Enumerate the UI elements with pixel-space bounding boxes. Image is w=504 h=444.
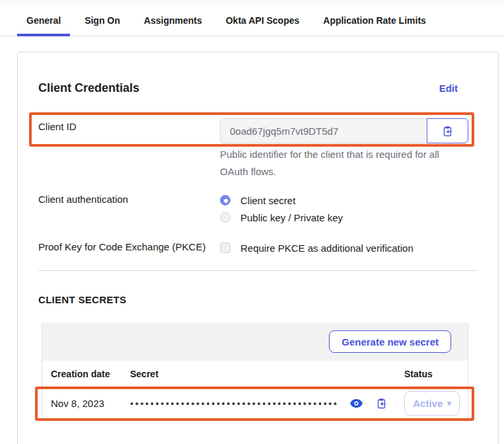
client-authentication-label: Client authentication bbox=[38, 194, 128, 205]
clipboard-copy-icon bbox=[376, 398, 387, 409]
table-toolbar: Generate new secret bbox=[42, 322, 468, 361]
copy-secret-button[interactable] bbox=[376, 398, 387, 409]
top-gap bbox=[0, 0, 504, 7]
tab-okta-api-scopes[interactable]: Okta API Scopes bbox=[217, 7, 309, 36]
secret-cell: ••••••••••••••••••••••••••••••••••••••••… bbox=[130, 398, 404, 409]
tab-bar: General Sign On Assignments Okta API Sco… bbox=[0, 7, 504, 36]
tab-sign-on[interactable]: Sign On bbox=[75, 7, 129, 36]
creation-date-cell: Nov 8, 2023 bbox=[42, 398, 130, 409]
checkbox-icon[interactable] bbox=[220, 242, 231, 253]
pkce-option: Require PKCE as additional verification bbox=[220, 240, 414, 255]
checkbox-require-pkce[interactable]: Require PKCE as additional verification bbox=[220, 240, 414, 255]
client-id-group bbox=[220, 118, 468, 143]
status-cell: Active ▾ bbox=[404, 391, 468, 416]
radio-unselected-icon[interactable] bbox=[220, 212, 231, 223]
generate-new-secret-button[interactable]: Generate new secret bbox=[329, 330, 451, 353]
tab-application-rate-limits[interactable]: Application Rate Limits bbox=[314, 7, 435, 36]
client-credentials-card: Client Credentials Edit Client ID Public… bbox=[17, 52, 499, 444]
radio-public-private-key[interactable]: Public key / Private key bbox=[220, 210, 343, 225]
clipboard-copy-icon bbox=[442, 126, 453, 137]
tab-general[interactable]: General bbox=[17, 7, 70, 36]
client-authentication-options: Client secret Public key / Private key bbox=[220, 193, 343, 225]
edit-link[interactable]: Edit bbox=[439, 83, 458, 94]
reveal-secret-button[interactable] bbox=[350, 399, 363, 408]
section-title: Client Credentials bbox=[38, 81, 139, 95]
column-header-creation-date: Creation date bbox=[42, 369, 130, 379]
masked-secret-value: ••••••••••••••••••••••••••••••••••••••••… bbox=[130, 398, 337, 409]
status-label: Active bbox=[413, 398, 443, 409]
client-id-input[interactable] bbox=[220, 118, 427, 143]
client-secrets-heading: CLIENT SECRETS bbox=[38, 294, 126, 305]
client-secrets-table: Generate new secret Creation date Secret… bbox=[42, 322, 468, 420]
eye-icon bbox=[350, 399, 363, 408]
column-header-status: Status bbox=[404, 369, 468, 379]
section-divider bbox=[38, 270, 478, 271]
okta-app-settings-page: General Sign On Assignments Okta API Sco… bbox=[0, 0, 504, 444]
client-id-label: Client ID bbox=[38, 121, 77, 132]
table-header-row: Creation date Secret Status bbox=[42, 361, 468, 388]
secret-table-row: Nov 8, 2023 ••••••••••••••••••••••••••••… bbox=[42, 388, 468, 420]
radio-label: Client secret bbox=[240, 195, 295, 206]
status-dropdown-button[interactable]: Active ▾ bbox=[404, 391, 460, 416]
chevron-down-icon: ▾ bbox=[447, 399, 451, 408]
pkce-label: Proof Key for Code Exchange (PKCE) bbox=[38, 241, 205, 252]
radio-selected-icon[interactable] bbox=[220, 195, 231, 205]
tab-assignments[interactable]: Assignments bbox=[135, 7, 211, 36]
checkbox-label: Require PKCE as additional verification bbox=[240, 242, 414, 254]
radio-label: Public key / Private key bbox=[240, 212, 343, 223]
client-id-help-text: Public identifier for the client that is… bbox=[220, 146, 454, 180]
column-header-secret: Secret bbox=[130, 369, 404, 379]
radio-client-secret[interactable]: Client secret bbox=[220, 193, 343, 207]
copy-client-id-button[interactable] bbox=[427, 118, 468, 143]
